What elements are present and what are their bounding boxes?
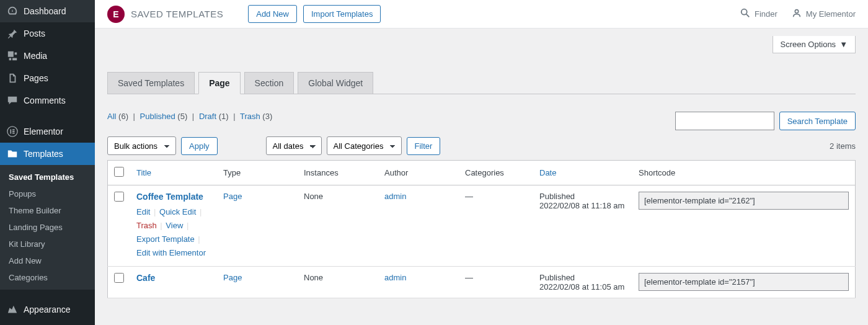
type-link[interactable]: Page (223, 273, 242, 282)
sidebar-item-comments[interactable]: Comments (0, 89, 95, 112)
apply-button[interactable]: Apply (181, 137, 218, 155)
row-checkbox[interactable] (114, 192, 124, 202)
media-icon (6, 50, 19, 62)
instances-cell: None (298, 185, 378, 267)
sidebar-subitem-theme-builder[interactable]: Theme Builder (0, 202, 95, 219)
sidebar-item-media[interactable]: Media (0, 45, 95, 67)
chevron-down-icon: ▼ (839, 40, 848, 49)
type-link[interactable]: Page (223, 192, 242, 201)
templates-table: Title Type Instances Author Categories D… (107, 160, 856, 298)
table-row: Coffee TemplateEdit | Quick Edit | Trash… (108, 185, 856, 267)
sidebar-subitem-add-new[interactable]: Add New (0, 252, 95, 269)
template-type-tabs: Saved Templates Page Section Global Widg… (95, 29, 868, 94)
column-author: Author (378, 161, 459, 185)
page-title: SAVED TEMPLATES (131, 9, 223, 19)
sidebar-label: Posts (24, 29, 45, 38)
trash-link[interactable]: Trash (136, 221, 157, 230)
add-new-button[interactable]: Add New (248, 5, 297, 23)
sidebar-label: Templates (24, 149, 63, 159)
elementor-icon (6, 125, 19, 138)
tab-section[interactable]: Section (244, 72, 294, 94)
sidebar-subitem-categories[interactable]: Categories (0, 269, 95, 286)
instances-cell: None (298, 267, 378, 298)
sidebar-item-pages[interactable]: Pages (0, 67, 95, 89)
date-cell: Published2022/02/08 at 11:05 am (533, 267, 632, 298)
finder-button[interactable]: Finder (740, 7, 777, 20)
sidebar-label: Comments (24, 96, 66, 105)
sidebar-subitem-landing-pages[interactable]: Landing Pages (0, 219, 95, 236)
dashboard-icon (6, 5, 19, 17)
sidebar-subitem-saved-templates[interactable]: Saved Templates (0, 169, 95, 185)
search-template-button[interactable]: Search Template (779, 112, 856, 130)
category-filter-select[interactable]: All Categories (327, 136, 402, 155)
sidebar-item-dashboard[interactable]: Dashboard (0, 0, 95, 22)
status-published-link[interactable]: Published (140, 112, 175, 121)
sidebar-item-posts[interactable]: Posts (0, 22, 95, 45)
svg-rect-2 (12, 129, 15, 130)
search-icon (740, 7, 751, 20)
sidebar-subitem-popups[interactable]: Popups (0, 185, 95, 202)
column-title[interactable]: Title (136, 168, 151, 177)
topbar: E SAVED TEMPLATES Add New Import Templat… (95, 0, 868, 29)
export-template-link[interactable]: Export Template (136, 234, 195, 244)
sidebar-submenu: Saved Templates Popups Theme Builder Lan… (0, 165, 95, 290)
edit-with-elementor-link[interactable]: Edit with Elementor (136, 248, 206, 257)
column-date[interactable]: Date (539, 168, 556, 177)
column-type: Type (217, 161, 298, 185)
screen-options-toggle[interactable]: Screen Options ▼ (773, 36, 856, 53)
row-title-link[interactable]: Cafe (136, 273, 155, 283)
view-link[interactable]: View (166, 221, 183, 230)
table-row: CafePageNoneadmin—Published2022/02/08 at… (108, 267, 856, 298)
tab-global-widget[interactable]: Global Widget (298, 72, 373, 94)
column-instances: Instances (298, 161, 378, 185)
sidebar-subitem-kit-library[interactable]: Kit Library (0, 236, 95, 252)
quick-edit-link[interactable]: Quick Edit (159, 207, 196, 216)
elementor-logo-icon: E (107, 6, 125, 23)
svg-rect-4 (12, 133, 15, 134)
tab-page[interactable]: Page (198, 72, 240, 94)
comments-icon (6, 94, 19, 107)
status-trash-link[interactable]: Trash (240, 112, 260, 121)
svg-rect-1 (10, 129, 11, 133)
user-icon (791, 7, 802, 20)
edit-link[interactable]: Edit (136, 207, 150, 216)
filter-button[interactable]: Filter (407, 137, 441, 155)
sidebar-label: Dashboard (24, 6, 66, 16)
pin-icon (6, 27, 19, 40)
svg-rect-3 (12, 131, 15, 132)
row-actions: Edit | Quick Edit | Trash | View | Expor… (136, 205, 211, 260)
templates-icon (6, 148, 19, 160)
bulk-actions-select[interactable]: Bulk actions (107, 136, 176, 155)
pages-icon (6, 72, 19, 84)
import-templates-button[interactable]: Import Templates (303, 5, 381, 23)
author-link[interactable]: admin (384, 273, 406, 282)
shortcode-input[interactable] (639, 273, 849, 291)
sidebar-item-appearance[interactable]: Appearance (0, 298, 95, 321)
tab-saved-templates[interactable]: Saved Templates (107, 72, 195, 94)
shortcode-input[interactable] (639, 192, 849, 210)
date-filter-select[interactable]: All dates (266, 136, 322, 155)
sidebar-label: Media (24, 51, 47, 61)
status-all-link[interactable]: All (107, 112, 116, 121)
sidebar-item-elementor[interactable]: Elementor (0, 120, 95, 143)
sidebar-label: Pages (24, 73, 48, 83)
sidebar-label: Appearance (24, 305, 71, 314)
sidebar-label: Elementor (24, 127, 63, 136)
row-title-link[interactable]: Coffee Template (136, 192, 203, 202)
row-checkbox[interactable] (114, 273, 124, 283)
select-all-checkbox[interactable] (114, 167, 124, 177)
svg-line-6 (746, 14, 750, 17)
appearance-icon (6, 303, 19, 316)
sidebar-item-templates[interactable]: Templates (0, 143, 95, 165)
status-filters: All (6) | Published (5) | Draft (1) | Tr… (107, 112, 272, 121)
author-link[interactable]: admin (384, 192, 406, 201)
date-cell: Published2022/02/08 at 11:18 am (533, 185, 632, 267)
svg-point-5 (742, 9, 747, 15)
admin-sidebar: Dashboard Posts Media Pages Comments Ele… (0, 0, 95, 325)
items-count: 2 items (830, 141, 856, 151)
search-input[interactable] (675, 112, 774, 130)
categories-cell: — (459, 185, 533, 267)
status-draft-link[interactable]: Draft (199, 112, 216, 121)
column-shortcode: Shortcode (632, 161, 856, 185)
my-elementor-button[interactable]: My Elementor (791, 7, 856, 20)
